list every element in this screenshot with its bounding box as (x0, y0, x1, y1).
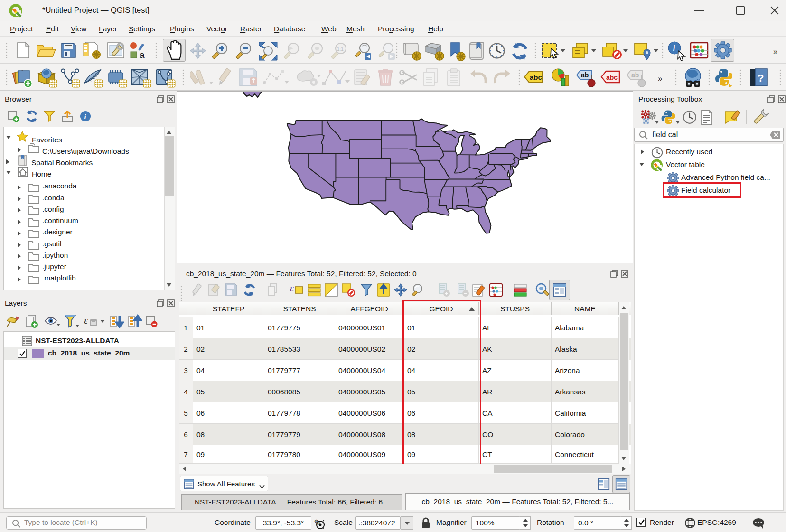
svg-text:ε: ε (84, 314, 88, 326)
svg-text:abc: abc (606, 74, 618, 81)
svg-text:1:1: 1:1 (337, 47, 344, 52)
svg-text:a: a (140, 50, 145, 59)
svg-text:✎: ✎ (314, 518, 322, 528)
svg-text:i: i (673, 44, 675, 53)
svg-text:?: ? (758, 72, 764, 84)
svg-text:abc: abc (530, 73, 542, 81)
svg-text:ε: ε (290, 283, 294, 293)
svg-text:ab: ab (581, 71, 589, 79)
svg-text:ab: ab (631, 71, 639, 79)
